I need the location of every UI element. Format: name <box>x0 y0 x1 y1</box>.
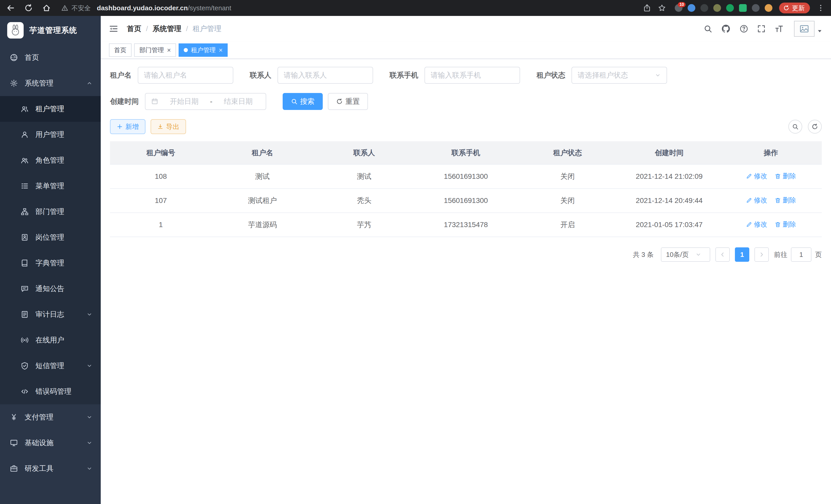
extension-icon-6[interactable] <box>739 4 747 12</box>
header-search-icon[interactable] <box>704 24 712 33</box>
filter-label: 租户名 <box>110 70 132 80</box>
cell-name: 测试租户 <box>212 188 314 213</box>
table-header-row: 租户编号租户名联系人联系手机租户状态创建时间操作 <box>110 141 822 165</box>
cell-contact: 测试 <box>313 165 415 188</box>
github-icon[interactable] <box>721 24 731 34</box>
sidebar-item-label: 角色管理 <box>35 155 64 165</box>
user-icon <box>21 130 29 139</box>
chevron-left-icon <box>719 251 726 258</box>
cell-id: 1 <box>110 213 212 237</box>
fullscreen-icon[interactable] <box>757 24 766 33</box>
help-icon[interactable] <box>740 24 748 33</box>
sidebar-item-dept[interactable]: 部门管理 <box>0 199 101 225</box>
table-row: 107测试租户秃头15601691300关闭2021-12-14 20:49:4… <box>110 188 822 213</box>
share-icon[interactable] <box>643 4 651 12</box>
edit-link[interactable]: 修改 <box>746 220 767 229</box>
extension-icon-8[interactable] <box>765 4 772 12</box>
close-icon[interactable]: × <box>219 47 223 53</box>
home-icon[interactable] <box>42 4 51 12</box>
sidebar-item-infra[interactable]: 基础设施 <box>0 430 101 456</box>
prev-page-button[interactable] <box>715 247 730 262</box>
update-button[interactable]: 更新 <box>779 3 810 13</box>
dashboard-icon <box>10 53 18 62</box>
sidebar-item-role[interactable]: 角色管理 <box>0 147 101 173</box>
extension-icon-1[interactable]: 10 <box>675 4 683 12</box>
sidebar-item-tenant[interactable]: 租户管理 <box>0 96 101 122</box>
extension-icon-5[interactable] <box>726 4 734 12</box>
page-size-select[interactable]: 10条/页 <box>661 247 710 262</box>
edit-link[interactable]: 修改 <box>746 196 767 205</box>
tab-dept[interactable]: 部门管理× <box>134 43 176 57</box>
column-header: 操作 <box>720 141 822 165</box>
warning-icon <box>61 4 68 11</box>
sidebar-item-dev-tool[interactable]: 研发工具 <box>0 456 101 481</box>
sidebar-item-user[interactable]: 用户管理 <box>0 122 101 147</box>
sidebar-item-online-user[interactable]: 在线用户 <box>0 327 101 353</box>
sidebar-item-audit-log[interactable]: 审计日志 <box>0 302 101 327</box>
cell-created: 2021-12-14 20:49:44 <box>619 188 720 213</box>
export-button[interactable]: 导出 <box>150 119 186 134</box>
sidebar-fold-icon[interactable] <box>109 24 118 33</box>
address-bar[interactable]: dashboard.yudao.iocoder.cn/system/tenant <box>97 4 231 12</box>
next-page-button[interactable] <box>754 247 769 262</box>
sidebar-item-post[interactable]: 岗位管理 <box>0 225 101 250</box>
breadcrumb: 首页/系统管理/租户管理 <box>127 24 222 34</box>
delete-link[interactable]: 删除 <box>774 220 796 229</box>
tab-tenant[interactable]: 租户管理× <box>179 43 228 57</box>
select-placeholder: 请选择租户状态 <box>578 70 652 80</box>
toggle-search-button[interactable] <box>789 120 802 134</box>
column-header: 租户编号 <box>110 141 212 165</box>
user-avatar-menu[interactable] <box>794 21 823 37</box>
sidebar-item-dict[interactable]: 字典管理 <box>0 250 101 276</box>
page-1-button[interactable]: 1 <box>735 247 749 262</box>
close-icon[interactable]: × <box>167 47 171 53</box>
goto-page-input[interactable] <box>791 247 811 262</box>
browser-menu-icon[interactable] <box>816 4 825 12</box>
extension-icon-4[interactable] <box>713 4 721 12</box>
sidebar-item-menu[interactable]: 菜单管理 <box>0 173 101 199</box>
extension-icon-2[interactable] <box>688 4 695 12</box>
reload-icon[interactable] <box>24 4 33 12</box>
search-icon <box>291 98 297 105</box>
sidebar-item-error-code[interactable]: 错误码管理 <box>0 379 101 404</box>
breadcrumb-item[interactable]: 首页 <box>127 24 141 34</box>
sidebar-item-label: 研发工具 <box>25 464 53 473</box>
contact-phone-input[interactable] <box>431 71 514 79</box>
sidebar-item-pay[interactable]: 支付管理 <box>0 404 101 430</box>
contact-name-input[interactable] <box>284 71 367 79</box>
font-size-icon[interactable] <box>774 24 784 33</box>
sidebar-item-sms[interactable]: 短信管理 <box>0 353 101 379</box>
sidebar-item-label: 用户管理 <box>35 130 64 140</box>
avatar <box>794 21 814 37</box>
delete-link[interactable]: 删除 <box>774 196 796 205</box>
refresh-table-button[interactable] <box>808 120 822 134</box>
reset-button[interactable]: 重置 <box>328 93 368 110</box>
tab-label: 部门管理 <box>139 46 164 54</box>
site-security[interactable]: 不安全 <box>61 4 91 12</box>
app-logo-row[interactable]: 芋道管理系统 <box>0 16 101 45</box>
sidebar-item-notice[interactable]: 通知公告 <box>0 276 101 302</box>
date-range-picker[interactable]: 开始日期 - 结束日期 <box>145 93 266 110</box>
tenant-name-input[interactable] <box>144 71 227 79</box>
search-button[interactable]: 搜索 <box>283 93 323 110</box>
edit-link[interactable]: 修改 <box>746 172 767 181</box>
breadcrumb-item: 租户管理 <box>193 24 222 34</box>
extension-icon-3[interactable] <box>700 4 708 12</box>
delete-link[interactable]: 删除 <box>774 172 796 181</box>
cell-status: 关闭 <box>517 188 619 213</box>
filter-label: 租户状态 <box>537 70 565 80</box>
breadcrumb-item[interactable]: 系统管理 <box>153 24 181 34</box>
calendar-icon <box>151 98 158 105</box>
add-button[interactable]: 新增 <box>110 119 145 134</box>
sidebar-item-system[interactable]: 系统管理 <box>0 70 101 96</box>
sidebar-item-label: 岗位管理 <box>35 233 64 242</box>
bookmark-star-icon[interactable] <box>658 4 666 12</box>
url-domain: dashboard.yudao.iocoder.cn <box>97 4 188 12</box>
back-icon[interactable] <box>6 4 15 12</box>
tenant-status-select[interactable]: 请选择租户状态 <box>571 67 667 84</box>
sidebar-item-home[interactable]: 首页 <box>0 45 101 70</box>
column-header: 租户状态 <box>517 141 619 165</box>
delete-icon <box>774 221 781 228</box>
extension-icon-7[interactable] <box>752 4 760 12</box>
tab-home[interactable]: 首页 <box>109 43 132 57</box>
